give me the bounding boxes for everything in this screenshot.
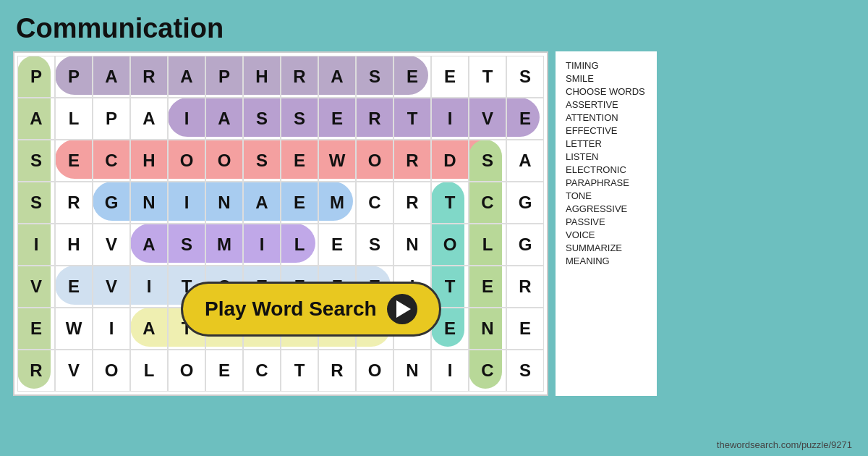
grid-cell[interactable]: H [55,224,93,266]
grid-cell[interactable]: V [93,224,130,266]
grid-cell[interactable]: R [506,266,544,308]
grid-cell[interactable]: L [281,224,318,266]
grid-cell[interactable]: I [243,224,281,266]
grid-cell[interactable]: I [431,350,469,392]
grid-cell[interactable]: G [506,182,544,224]
word-list-item: MEANING [566,256,647,266]
grid-cell[interactable]: O [431,224,469,266]
grid-cell[interactable]: A [17,98,55,140]
grid-cell[interactable]: I [93,308,130,350]
grid-cell[interactable]: A [318,56,356,98]
grid-cell[interactable]: R [356,98,393,140]
grid-cell[interactable]: T [393,98,431,140]
grid-cell[interactable]: A [205,98,243,140]
grid-cell[interactable]: M [318,182,356,224]
grid-cell[interactable]: S [17,182,55,224]
grid-cell[interactable]: N [393,224,431,266]
grid-cell[interactable]: N [469,308,506,350]
grid-cell[interactable]: E [318,224,356,266]
grid-cell[interactable]: I [168,182,205,224]
grid-cell[interactable]: M [205,224,243,266]
grid-cell[interactable]: P [93,98,130,140]
grid-cell[interactable]: A [506,140,544,182]
grid-cell[interactable]: E [205,350,243,392]
grid-cell[interactable]: V [55,350,93,392]
grid-cell[interactable]: G [506,224,544,266]
grid-cell[interactable]: R [130,56,168,98]
grid-cell[interactable]: S [469,140,506,182]
grid-cell[interactable]: O [356,350,393,392]
grid-cell[interactable]: I [130,266,168,308]
grid-cell[interactable]: E [281,140,318,182]
grid-cell[interactable]: I [17,224,55,266]
grid-cell[interactable]: C [93,140,130,182]
grid-cell[interactable]: A [130,224,168,266]
grid-cell[interactable]: E [55,140,93,182]
grid-cell[interactable]: L [469,224,506,266]
grid-cell[interactable]: T [469,56,506,98]
grid-cell[interactable]: I [168,98,205,140]
grid-cell[interactable]: C [469,182,506,224]
grid-cell[interactable]: O [168,350,205,392]
grid-cell[interactable]: S [356,224,393,266]
grid-cell[interactable]: E [506,308,544,350]
grid-cell[interactable]: P [205,56,243,98]
grid-cell[interactable]: S [243,140,281,182]
grid-cell[interactable]: V [17,266,55,308]
grid-cell[interactable]: O [168,140,205,182]
grid-cell[interactable]: O [205,140,243,182]
grid-cell[interactable]: N [205,182,243,224]
grid-cell[interactable]: E [17,308,55,350]
grid-cell[interactable]: V [93,266,130,308]
grid-cell[interactable]: S [506,56,544,98]
grid-cell[interactable]: W [318,140,356,182]
grid-cell[interactable]: W [55,308,93,350]
grid-cell[interactable]: N [130,182,168,224]
grid-cell[interactable]: S [281,98,318,140]
grid-cell[interactable]: E [55,266,93,308]
grid-cell[interactable]: H [243,56,281,98]
grid-cell[interactable]: N [393,350,431,392]
grid-cell[interactable]: S [356,56,393,98]
grid-cell[interactable]: E [318,98,356,140]
grid-cell[interactable]: I [431,98,469,140]
grid-cell[interactable]: A [130,308,168,350]
grid-cell[interactable]: O [356,140,393,182]
grid-cell[interactable]: C [243,350,281,392]
grid-cell[interactable]: A [93,56,130,98]
grid-cell[interactable]: G [93,182,130,224]
grid-cell[interactable]: R [281,56,318,98]
grid-cell[interactable]: S [243,98,281,140]
grid-cell[interactable]: V [469,98,506,140]
grid-cell[interactable]: C [469,350,506,392]
grid-cell[interactable]: E [469,266,506,308]
grid-cell[interactable]: L [130,350,168,392]
grid-cell[interactable]: E [431,56,469,98]
grid-cell[interactable]: T [281,350,318,392]
grid-cell[interactable]: T [431,182,469,224]
grid-cell[interactable]: R [393,182,431,224]
grid-cell[interactable]: S [168,224,205,266]
grid-cell[interactable]: H [130,140,168,182]
grid-cell[interactable]: S [506,350,544,392]
grid-cell[interactable]: E [281,182,318,224]
grid-cell[interactable]: R [17,350,55,392]
grid-cell[interactable]: D [431,140,469,182]
grid-cell[interactable]: O [93,350,130,392]
grid-cell[interactable]: A [168,56,205,98]
grid-cell[interactable]: R [393,140,431,182]
play-button[interactable]: Play Word Search [181,282,441,337]
grid-cell[interactable]: R [318,350,356,392]
grid-cell[interactable]: P [17,56,55,98]
word-list-item: SUMMARIZE [566,242,647,253]
grid-cell[interactable]: E [506,98,544,140]
grid-cell[interactable]: R [55,182,93,224]
grid-cell[interactable]: E [393,56,431,98]
grid-cell[interactable]: P [55,56,93,98]
grid-cell[interactable]: L [55,98,93,140]
grid-cell[interactable]: A [243,182,281,224]
grid-cell[interactable]: S [17,140,55,182]
word-search-grid[interactable]: PPARAPHRASEETSALPAIASSERTIVESECHOOSEWORD… [17,56,544,392]
grid-cell[interactable]: C [356,182,393,224]
grid-cell[interactable]: A [130,98,168,140]
